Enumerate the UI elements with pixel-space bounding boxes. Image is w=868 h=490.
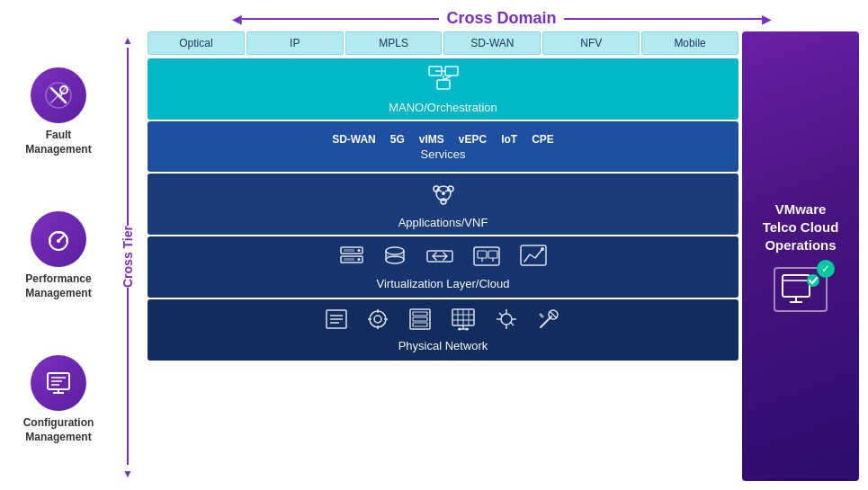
svg-point-75 — [465, 328, 468, 331]
tab-mpls: MPLS — [345, 31, 443, 55]
virt-icon-transfer — [425, 244, 454, 273]
fault-management-icon — [31, 67, 86, 123]
services-row: SD-WAN 5G vIMS vEPC IoT CPE Services — [148, 121, 738, 172]
domain-tabs: Optical IP MPLS SD-WAN NFV Mobile — [148, 31, 738, 55]
svg-rect-46 — [478, 251, 487, 258]
vmware-panel: VMware Telco Cloud Operations — [742, 31, 859, 481]
svg-rect-65 — [413, 323, 427, 326]
cross-domain-header: ◀ Cross Domain ▶ — [232, 9, 772, 28]
physical-row: Physical Network — [148, 299, 738, 361]
configuration-management-icon — [31, 355, 86, 411]
cross-tier-shaft — [127, 48, 129, 226]
mano-label: MANO/Orchestration — [389, 101, 497, 114]
services-sublabel-iot: IoT — [501, 133, 517, 146]
tab-ip: IP — [246, 31, 344, 55]
cross-domain-line-left — [242, 18, 440, 20]
services-sublabel-cpe: CPE — [532, 133, 554, 146]
tab-sdwan: SD-WAN — [443, 31, 541, 55]
svg-point-37 — [386, 247, 404, 254]
vnf-label: Applications/VNF — [398, 216, 488, 229]
svg-rect-63 — [413, 312, 427, 316]
physical-icon-rack — [407, 307, 433, 335]
physical-icon-hub — [494, 307, 519, 335]
left-sidebar: FaultManagement PerformanceManagement — [9, 31, 108, 481]
configuration-management-item: ConfigurationManagement — [23, 355, 94, 444]
configuration-management-label: ConfigurationManagement — [23, 416, 94, 444]
svg-point-30 — [442, 192, 445, 195]
main-layout: FaultManagement PerformanceManagement — [9, 31, 859, 481]
performance-management-item: PerformanceManagement — [25, 211, 91, 300]
svg-point-34 — [357, 258, 360, 261]
cross-domain-title: Cross Domain — [439, 9, 563, 28]
cross-tier-arrow-up — [122, 31, 133, 48]
tab-optical: Optical — [148, 31, 245, 55]
svg-rect-85 — [783, 275, 810, 297]
vmware-icon — [774, 267, 828, 312]
svg-point-33 — [357, 249, 360, 252]
physical-icons — [325, 307, 562, 335]
virt-icon-storage — [382, 244, 407, 273]
cross-domain-line-right — [564, 18, 762, 20]
vnf-icon — [427, 180, 460, 212]
virt-icon-chart — [519, 244, 548, 273]
performance-management-label: PerformanceManagement — [25, 272, 91, 300]
physical-icon-list — [325, 307, 348, 335]
physical-icon-tools — [537, 307, 562, 335]
tab-mobile: Mobile — [641, 31, 738, 55]
svg-rect-47 — [488, 251, 497, 258]
services-sublabel-vims: vIMS — [419, 133, 444, 146]
svg-rect-35 — [344, 249, 354, 252]
services-sublabel-5g: 5G — [390, 133, 405, 146]
cross-tier-label: Cross Tier — [121, 226, 135, 288]
services-sublabels: SD-WAN 5G vIMS vEPC IoT CPE — [332, 133, 554, 146]
vmware-title: VMware Telco Cloud Operations — [763, 200, 839, 255]
physical-icon-network — [451, 307, 476, 335]
mano-row: MANO/Orchestration — [148, 58, 738, 120]
svg-point-74 — [458, 328, 461, 331]
cross-tier-area: Cross Tier — [112, 31, 144, 481]
center-grid: Optical IP MPLS SD-WAN NFV Mobile — [148, 31, 738, 481]
services-sublabel-vepc: vEPC — [459, 133, 487, 146]
svg-point-56 — [370, 311, 386, 327]
performance-management-icon — [31, 211, 86, 267]
svg-rect-19 — [437, 80, 450, 89]
virt-row: Virtualization Layer/Cloud — [148, 236, 738, 298]
svg-line-82 — [510, 322, 514, 325]
fault-management-item: FaultManagement — [25, 67, 91, 156]
svg-rect-36 — [344, 258, 354, 261]
cross-domain-arrow-right: ▶ — [762, 12, 772, 26]
svg-line-81 — [499, 313, 503, 316]
svg-rect-64 — [413, 317, 427, 321]
tab-nfv: NFV — [542, 31, 640, 55]
svg-point-57 — [374, 316, 381, 323]
cross-tier-shaft2 — [127, 288, 129, 466]
cross-tier-arrow-down — [122, 465, 133, 481]
fault-management-label: FaultManagement — [25, 129, 91, 156]
svg-point-7 — [57, 239, 60, 243]
services-sublabel-sdwan: SD-WAN — [332, 133, 376, 146]
services-label: Services — [421, 147, 466, 161]
virt-icons — [339, 244, 548, 273]
physical-icon-crosshair — [366, 307, 389, 335]
physical-label: Physical Network — [398, 339, 488, 352]
virt-icon-server — [339, 244, 364, 273]
svg-point-51 — [541, 247, 544, 251]
cross-tier-container: Cross Tier — [121, 31, 135, 481]
vnf-row: Applications/VNF — [148, 174, 738, 235]
mano-icon — [427, 65, 460, 97]
virt-icon-vm — [472, 244, 501, 273]
cross-domain-arrow-left: ◀ — [232, 12, 242, 26]
svg-rect-18 — [445, 67, 458, 76]
virt-label: Virtualization Layer/Cloud — [377, 277, 510, 290]
main-container: ◀ Cross Domain ▶ FaultManagement — [0, 0, 868, 490]
